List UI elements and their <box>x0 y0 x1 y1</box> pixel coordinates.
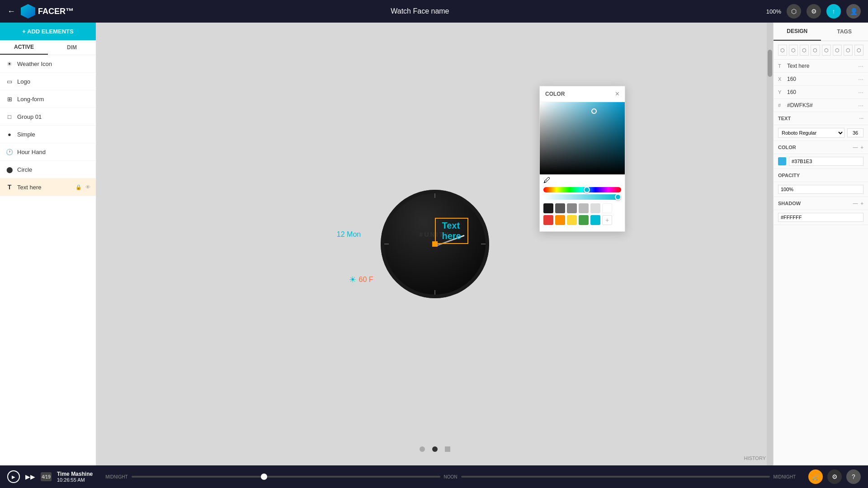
page-dot-2[interactable] <box>432 446 438 452</box>
align-top-button[interactable]: ⬡ <box>811 45 820 56</box>
add-elements-button[interactable]: + ADD ELEMENTS <box>0 23 96 40</box>
upload-button[interactable]: ↑ <box>826 4 841 19</box>
gradient-handle[interactable] <box>591 108 597 114</box>
bottom-settings-button[interactable]: ⚙ <box>827 469 842 484</box>
timeline-bar-2[interactable] <box>461 476 770 478</box>
y-label: Y <box>778 89 785 95</box>
vertical-slider-thumb[interactable] <box>768 50 772 77</box>
color-section-minus[interactable]: — <box>853 145 858 150</box>
swatch-white[interactable] <box>602 203 612 213</box>
tab-tags[interactable]: TAGS <box>821 23 868 41</box>
layer-item-long-form[interactable]: ⊞ Long-form <box>0 90 96 108</box>
tab-design[interactable]: DESIGN <box>774 23 821 41</box>
color-swatch-preview[interactable] <box>778 157 786 165</box>
font-size-input[interactable] <box>847 128 863 137</box>
shadow-section-more[interactable]: + <box>861 201 863 206</box>
align-center-h-button[interactable]: ⬡ <box>789 45 798 56</box>
layer-item-text-here[interactable]: T Text here 🔒 👁 <box>0 178 96 196</box>
alpha-slider[interactable] <box>543 194 621 200</box>
page-square-3[interactable] <box>445 446 450 452</box>
color-hex-input[interactable] <box>789 157 863 166</box>
x-property-row: X 160 ··· <box>774 73 868 86</box>
swatch-yellow[interactable] <box>567 215 577 225</box>
shadow-section-header: SHADOW — + <box>774 197 868 210</box>
date-label: 12 Mon <box>337 230 361 239</box>
align-center-v-button[interactable]: ⬡ <box>822 45 831 56</box>
back-button[interactable]: ← <box>7 7 15 16</box>
hash-more-button[interactable]: ··· <box>858 102 863 109</box>
opacity-section-label: OPACITY <box>778 173 800 178</box>
cart-button[interactable]: 🛒 <box>808 469 823 484</box>
layer-list: ☀ Weather Icon ▭ Logo ⊞ Long-form □ Grou… <box>0 55 96 465</box>
play-button[interactable]: ▶ <box>7 470 20 483</box>
align-distribute-h[interactable]: ⬡ <box>844 45 853 56</box>
text-T-icon: T <box>5 183 14 191</box>
avatar-button[interactable]: 👤 <box>846 4 861 19</box>
layer-item-weather-icon[interactable]: ☀ Weather Icon <box>0 55 96 73</box>
main-area: + ADD ELEMENTS ACTIVE DIM ☀ Weather Icon… <box>0 23 868 465</box>
topbar-left: ← FACER™ <box>7 4 74 19</box>
align-right-button[interactable]: ⬡ <box>800 45 809 56</box>
color-hash-row: # #DWFKS# ··· <box>774 99 868 112</box>
share-button[interactable]: ⬡ <box>787 4 801 19</box>
align-bottom-button[interactable]: ⬡ <box>833 45 842 56</box>
page-dot-1[interactable] <box>420 446 425 452</box>
shadow-section-minus[interactable]: — <box>853 201 858 206</box>
swatch-orange[interactable] <box>555 215 565 225</box>
opacity-input[interactable] <box>778 185 863 194</box>
layer-item-logo[interactable]: ▭ Logo <box>0 73 96 90</box>
zoom-button[interactable]: 100% <box>766 8 781 15</box>
swatch-lighter-gray[interactable] <box>590 203 600 213</box>
swatch-black[interactable] <box>543 203 553 213</box>
skip-button[interactable]: ▶▶ <box>25 473 35 480</box>
text-section-more[interactable]: ··· <box>859 116 863 121</box>
swatch-light-gray[interactable] <box>579 203 589 213</box>
layer-item-hour-hand[interactable]: 🕐 Hour Hand <box>0 143 96 161</box>
layer-label-group01: Group 01 <box>17 113 42 120</box>
shadow-value-row <box>774 210 868 225</box>
y-more-button[interactable]: ··· <box>858 89 863 96</box>
color-gradient-picker[interactable] <box>540 102 625 174</box>
right-panel: DESIGN TAGS ⬡ ⬡ ⬡ ⬡ ⬡ ⬡ ⬡ ⬡ T Text here … <box>773 23 868 465</box>
bottombar: ▶ ▶▶ 4/19 Time Mashine 10:26:55 AM MIDNI… <box>0 465 868 488</box>
settings-button[interactable]: ⚙ <box>807 4 821 19</box>
align-distribute-v[interactable]: ⬡ <box>854 45 863 56</box>
hue-slider[interactable] <box>543 187 621 192</box>
swatch-cyan[interactable] <box>590 215 600 225</box>
timeline-bar[interactable] <box>132 476 440 478</box>
canvas-area[interactable]: 12 Mon #UNITY Text here <box>96 23 773 465</box>
facer-logo: FACER™ <box>21 4 74 19</box>
shadow-color-input[interactable] <box>778 213 863 222</box>
bottombar-right: 🛒 ⚙ ? <box>808 469 861 484</box>
hourhand-clock-icon: 🕐 <box>5 148 14 156</box>
swatch-add-button[interactable]: + <box>602 215 612 225</box>
swatch-green[interactable] <box>579 215 589 225</box>
layer-item-simple[interactable]: ● Simple <box>0 126 96 143</box>
swatch-gray[interactable] <box>567 203 577 213</box>
eyedropper-button[interactable]: 🖊 <box>543 176 551 184</box>
tab-dim[interactable]: DIM <box>48 40 96 55</box>
topbar-right: 100% ⬡ ⚙ ↑ 👤 <box>766 4 861 19</box>
timeline-area[interactable]: MIDNIGHT NOON MIDNIGHT <box>98 474 803 479</box>
color-picker-close-button[interactable]: × <box>615 90 619 98</box>
selection-handle-br[interactable] <box>432 241 436 245</box>
eye-icon[interactable]: 👁 <box>85 184 90 190</box>
timeline-thumb[interactable] <box>261 474 267 480</box>
lock-icon: 🔒 <box>75 184 82 190</box>
tab-active[interactable]: ACTIVE <box>0 40 48 55</box>
swatch-red[interactable] <box>543 215 553 225</box>
swatch-dark-gray[interactable] <box>555 203 565 213</box>
x-more-button[interactable]: ··· <box>858 75 863 83</box>
font-select[interactable]: Roboto Regular <box>778 128 844 138</box>
help-button[interactable]: ? <box>846 469 861 484</box>
color-section-more[interactable]: + <box>861 145 863 150</box>
vertical-slider[interactable] <box>767 23 773 465</box>
align-left-button[interactable]: ⬡ <box>778 45 787 56</box>
t-more-button[interactable]: ··· <box>858 62 863 70</box>
layer-item-circle[interactable]: ⬤ Circle <box>0 161 96 178</box>
alpha-slider-thumb[interactable] <box>615 194 621 200</box>
hash-value: #DWFKS# <box>787 102 856 108</box>
watch-face-title: Watch Face name <box>391 7 449 15</box>
layer-item-group01[interactable]: □ Group 01 <box>0 108 96 126</box>
hue-slider-thumb[interactable] <box>584 187 590 193</box>
